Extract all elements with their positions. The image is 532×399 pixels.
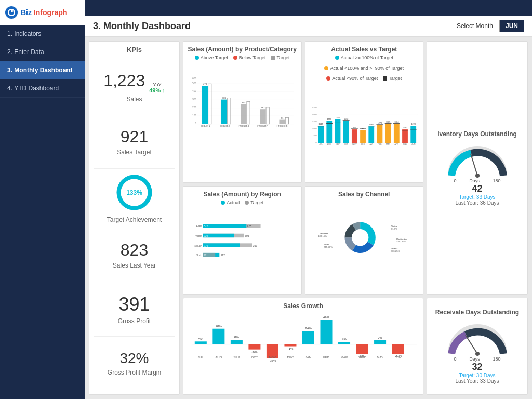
svg-text:5%: 5% <box>198 337 203 341</box>
sales-growth-svg: 5% JUL 28% AUG 8% SEP -9% OCT <box>188 312 419 369</box>
svg-rect-68 <box>360 130 366 143</box>
svg-text:Product 5: Product 5 <box>276 125 287 127</box>
svg-text:Noth: Noth <box>196 254 202 257</box>
kpi-gross-margin-section: 32% Gross Profit Margin <box>94 337 175 390</box>
svg-text:FEB: FEB <box>323 355 329 359</box>
sidebar-nav: 1. Indicators 2. Enter Data 3. Monthly D… <box>0 25 85 98</box>
svg-rect-33 <box>279 120 285 124</box>
svg-text:MAR: MAR <box>341 355 348 359</box>
svg-rect-17 <box>202 86 208 124</box>
receivable-card: Receivale Days Outstanding 0 Days 180 32 <box>427 298 528 395</box>
svg-text:JUL: JUL <box>198 355 204 359</box>
sidebar-item-enter-data[interactable]: 2. Enter Data <box>0 43 85 61</box>
svg-rect-130 <box>195 341 207 344</box>
actual-sales-card: Actual Sales vs Target Actual >= 100% of… <box>305 41 424 183</box>
svg-point-167 <box>475 352 480 356</box>
svg-text:Online: Online <box>391 225 397 228</box>
svg-text:AUG: AUG <box>215 355 222 359</box>
receivable-target: Target: 30 Days <box>459 373 495 378</box>
kpi-title: KPIs <box>94 46 175 57</box>
product-chart-legend: Above Target Below Target Target <box>188 55 297 60</box>
kpi-sales-value: 1,223 <box>103 71 145 90</box>
svg-rect-92 <box>410 126 416 143</box>
sidebar: Biz Infograph 1. Indicators 2. Enter Dat… <box>0 0 85 399</box>
svg-text:245: 245 <box>242 101 246 104</box>
svg-rect-160 <box>374 340 386 344</box>
svg-text:West: West <box>195 234 202 237</box>
svg-rect-48 <box>318 126 324 143</box>
svg-text:133%: 133% <box>126 189 142 196</box>
svg-text:South: South <box>194 244 202 247</box>
actual-sales-title: Actual Sales vs Target <box>310 46 419 53</box>
region-chart-title: Sales (Amount) by Region <box>188 191 297 198</box>
page-header: 3. Monthly Dashboard Select Month JUN <box>85 16 532 37</box>
svg-text:0: 0 <box>195 122 197 125</box>
sidebar-item-monthly-dashboard[interactable]: 3. Monthly Dashboard <box>0 61 85 79</box>
svg-text:Distributor: Distributor <box>396 238 407 241</box>
legend-above-dot <box>195 56 199 60</box>
svg-text:Retail: Retail <box>323 243 329 246</box>
inventory-last-year: Last Year: 36 Days <box>456 200 499 206</box>
app-container: Biz Infograph 1. Indicators 2. Enter Dat… <box>0 0 532 399</box>
kpi-gross-profit-value: 391 <box>118 294 150 315</box>
svg-text:322: 322 <box>204 225 208 228</box>
svg-text:428: 428 <box>247 225 251 228</box>
svg-text:APR: APR <box>359 355 366 359</box>
svg-text:1215: 1215 <box>318 123 323 125</box>
receivable-last-year: Last Year: 33 Days <box>456 378 499 384</box>
region-legend: Actual Target <box>188 200 297 205</box>
svg-rect-133 <box>212 329 224 344</box>
svg-rect-30 <box>266 107 269 124</box>
svg-rect-84 <box>393 124 399 143</box>
kpi-gross-profit-section: 391 Gross Profit <box>94 282 175 336</box>
receivable-gauge-svg <box>444 320 511 356</box>
svg-text:300: 300 <box>192 98 196 101</box>
svg-line-166 <box>466 335 477 354</box>
sidebar-item-indicators[interactable]: 1. Indicators <box>0 25 85 43</box>
receivable-minmax: 0 Days 180 <box>454 356 501 362</box>
svg-text:JUL: JUL <box>319 143 323 145</box>
svg-rect-98 <box>203 224 247 228</box>
svg-text:907: 907 <box>361 128 364 130</box>
svg-text:JAN: JAN <box>305 355 312 359</box>
legend-gte100: Actual >= 100% of Target <box>335 55 393 60</box>
svg-text:1182: 1182 <box>369 124 373 126</box>
svg-text:JAN: JAN <box>369 143 373 145</box>
svg-text:600: 600 <box>192 77 196 80</box>
svg-text:SEP: SEP <box>336 143 340 145</box>
legend-target-line: Target <box>383 76 402 81</box>
sales-growth-card: Sales Growth 5% JUL 28% AUG <box>183 298 423 395</box>
svg-text:51: 51 <box>281 117 284 119</box>
svg-text:1223: 1223 <box>411 123 415 125</box>
svg-rect-72 <box>368 126 374 143</box>
kpi-last-year-label: Sales Last Year <box>113 262 156 269</box>
svg-rect-52 <box>326 121 332 143</box>
svg-text:1,000: 1,000 <box>312 128 316 130</box>
svg-text:245,20%: 245,20% <box>323 246 332 248</box>
legend-above-target: Above Target <box>195 55 228 60</box>
svg-rect-108 <box>203 243 240 247</box>
svg-rect-60 <box>343 121 349 143</box>
svg-text:JUN: JUN <box>395 355 401 359</box>
svg-text:61,5%: 61,5% <box>391 228 397 230</box>
svg-text:Product 4: Product 4 <box>257 125 268 127</box>
sidebar-item-ytd-dashboard[interactable]: 4. YTD Dashboard <box>0 79 85 98</box>
select-month-button[interactable]: Select Month <box>450 20 500 32</box>
inventory-target: Target: 33 Days <box>459 194 495 200</box>
legend-target: Target <box>271 55 290 60</box>
kpi-last-year-value: 823 <box>121 241 148 260</box>
kpi-achievement-section: 133% Target Achievement <box>94 169 175 228</box>
svg-rect-29 <box>260 109 265 124</box>
svg-text:7%: 7% <box>378 336 382 339</box>
svg-text:East: East <box>196 224 203 228</box>
svg-text:APR: APR <box>394 143 398 145</box>
svg-rect-26 <box>247 101 250 124</box>
legend-actual: Actual <box>221 200 240 205</box>
svg-text:DEC: DEC <box>287 355 294 359</box>
svg-text:24%: 24% <box>305 326 312 330</box>
inventory-title: Iventory Days Outstanding <box>437 130 517 138</box>
kpi-target-section: 921 Sales Target <box>94 114 175 168</box>
svg-text:JUN: JUN <box>411 143 416 145</box>
svg-text:500: 500 <box>313 135 316 137</box>
svg-text:92: 92 <box>204 254 207 257</box>
